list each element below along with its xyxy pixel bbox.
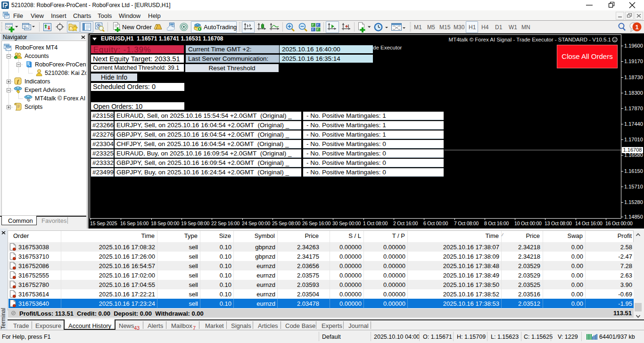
svg-text:1: 1 — [635, 24, 638, 31]
